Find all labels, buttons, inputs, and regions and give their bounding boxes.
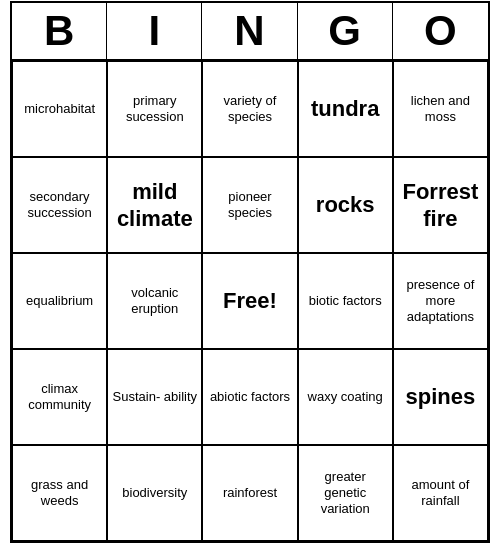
header-letter: N <box>202 3 297 59</box>
bingo-cell: variety of species <box>202 61 297 157</box>
bingo-cell: Sustain- ability <box>107 349 202 445</box>
bingo-cell: pioneer species <box>202 157 297 253</box>
bingo-cell: lichen and moss <box>393 61 488 157</box>
bingo-cell: volcanic eruption <box>107 253 202 349</box>
bingo-header: BINGO <box>12 3 488 61</box>
bingo-cell: rainforest <box>202 445 297 541</box>
bingo-cell: abiotic factors <box>202 349 297 445</box>
header-letter: I <box>107 3 202 59</box>
bingo-cell: waxy coating <box>298 349 393 445</box>
bingo-cell: rocks <box>298 157 393 253</box>
bingo-cell: amount of rainfall <box>393 445 488 541</box>
bingo-cell: Free! <box>202 253 297 349</box>
bingo-cell: spines <box>393 349 488 445</box>
bingo-card: BINGO microhabitatprimary sucessionvarie… <box>10 1 490 543</box>
bingo-cell: climax community <box>12 349 107 445</box>
bingo-cell: equalibrium <box>12 253 107 349</box>
bingo-cell: secondary succession <box>12 157 107 253</box>
header-letter: G <box>298 3 393 59</box>
bingo-cell: presence of more adaptations <box>393 253 488 349</box>
bingo-cell: tundra <box>298 61 393 157</box>
bingo-grid: microhabitatprimary sucessionvariety of … <box>12 61 488 541</box>
bingo-cell: biotic factors <box>298 253 393 349</box>
bingo-cell: primary sucession <box>107 61 202 157</box>
bingo-cell: biodiversity <box>107 445 202 541</box>
bingo-cell: grass and weeds <box>12 445 107 541</box>
bingo-cell: greater genetic variation <box>298 445 393 541</box>
bingo-cell: Forrest fire <box>393 157 488 253</box>
bingo-cell: mild climate <box>107 157 202 253</box>
header-letter: O <box>393 3 488 59</box>
bingo-cell: microhabitat <box>12 61 107 157</box>
header-letter: B <box>12 3 107 59</box>
